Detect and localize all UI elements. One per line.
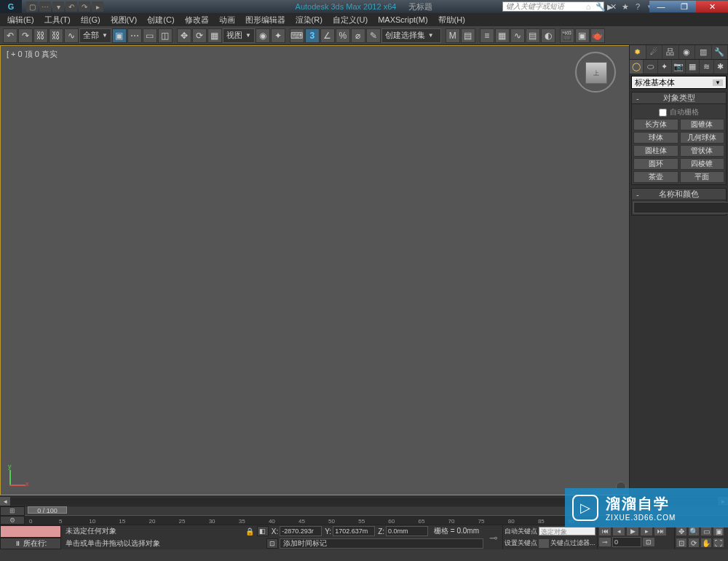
qat-new-icon[interactable]: ▢ [26,1,38,12]
zoom-all-button[interactable]: ▣ [713,526,724,536]
isolate-icon[interactable]: ◧ [257,526,269,536]
material-editor-button[interactable]: ◐ [541,28,555,43]
percent-snap-button[interactable]: % [336,28,350,43]
prim-geosphere-button[interactable]: 几何球体 [680,132,725,144]
prim-box-button[interactable]: 长方体 [633,119,678,130]
mini-curve-editor-button[interactable]: ⊞ [0,506,25,516]
key-mode-button[interactable]: ⊸ [598,537,612,547]
qat-redo-icon[interactable]: ↷ [79,1,90,12]
menu-animation[interactable]: 动画 [215,13,240,27]
render-production-button[interactable]: 🫖 [590,28,605,43]
zoom-extents-button[interactable]: ⊡ [676,538,687,548]
cat-lights[interactable]: ✦ [658,60,672,74]
object-name-input[interactable] [633,202,728,213]
viewport-label[interactable]: [ + 0 顶 0 真实 [7,49,58,60]
keyboard-shortcut-button[interactable]: ⌨ [290,28,304,43]
named-selection-dropdown[interactable]: 创建选择集▼ [381,28,441,43]
scroll-left-icon[interactable]: ◂ [0,497,10,506]
tab-motion[interactable]: ◉ [679,45,696,59]
window-crossing-button[interactable]: ◫ [158,28,173,43]
viewcube-face[interactable]: 上 [585,62,607,84]
select-rotate-button[interactable]: ⟳ [192,28,207,43]
tab-create[interactable]: ✹ [630,45,646,59]
graphite-button[interactable]: ▦ [495,28,510,43]
add-time-tag[interactable]: 添加时间标记 [280,538,483,549]
prim-teapot-button[interactable]: 茶壶 [633,171,678,183]
time-config-button[interactable]: ⊡ [642,537,655,547]
qat-open-icon[interactable]: ⋯ [39,1,51,12]
snap-toggle-button[interactable]: 3 [305,28,320,43]
orbit-button[interactable]: ⟳ [688,538,700,548]
cat-shapes[interactable]: ⬭ [644,60,657,74]
key-filters-icon[interactable] [539,539,549,548]
prim-cylinder-button[interactable]: 圆柱体 [633,145,678,157]
select-scale-button[interactable]: ▦ [207,28,222,43]
set-key-button[interactable]: 设置关键点 [505,538,537,548]
cat-geometry[interactable]: ◯ [630,60,644,74]
infocenter-icon[interactable]: ⌂ [583,1,593,12]
tab-hierarchy[interactable]: 品 [662,45,679,59]
spinner-snap-button[interactable]: ⌀ [351,28,365,43]
select-region-button[interactable]: ▭ [143,28,157,43]
object-type-dropdown[interactable]: 标准基本体▼ [631,76,727,89]
viewport[interactable]: [ + 0 顶 0 真实 上 y x [0,45,629,495]
comm-center-icon[interactable]: ⊡ [266,538,278,549]
unlink-button[interactable]: ⛓ [49,28,63,43]
menu-customize[interactable]: 自定义(U) [328,13,372,27]
tab-utilities[interactable]: 🔧 [712,45,729,59]
menu-create[interactable]: 创建(C) [143,13,178,27]
key-selection-set[interactable]: 选定对象 [539,527,596,536]
pivot-center-button[interactable]: ◉ [256,28,270,43]
cat-helpers[interactable]: ▦ [686,60,700,74]
qat-save-icon[interactable]: ▾ [52,1,64,12]
render-setup-button[interactable]: 🎬 [560,28,574,43]
trackbar-config-button[interactable]: ⚙ [0,516,25,525]
select-manipulate-button[interactable]: ✦ [271,28,285,43]
layers-button[interactable]: ≡ [480,28,494,43]
menu-tools[interactable]: 工具(T) [40,13,75,27]
menu-graph-editors[interactable]: 图形编辑器 [241,13,290,27]
curve-editor-button[interactable]: ∿ [510,28,525,43]
play-button[interactable]: ▶ [626,526,639,536]
rollout-header-object-type[interactable]: 对象类型 [632,93,726,104]
menu-view[interactable]: 视图(V) [106,13,142,27]
select-move-button[interactable]: ✥ [177,28,191,43]
goto-start-button[interactable]: ⏮ [598,526,612,536]
minimize-button[interactable]: — [649,1,673,12]
schematic-view-button[interactable]: ▤ [526,28,540,43]
cat-spacewarps[interactable]: ≋ [700,60,713,74]
select-object-button[interactable]: ▣ [112,28,127,43]
time-slider-thumb[interactable]: 0 / 100 [28,506,67,514]
tab-display[interactable]: ▥ [695,45,712,59]
next-frame-button[interactable]: ▸ [640,526,653,536]
goto-end-button[interactable]: ⏭ [654,526,667,536]
edit-named-sel-button[interactable]: ✎ [366,28,381,43]
pan-view-button[interactable]: ✋ [700,538,712,548]
selection-lock-icon[interactable]: 🔒 [245,527,256,536]
view-cube[interactable]: 上 [575,52,619,95]
maximize-button[interactable]: ❐ [673,1,696,12]
fov-button[interactable]: ▭ [700,526,712,536]
z-coord-input[interactable]: 0.0mm [386,526,428,536]
prim-sphere-button[interactable]: 球体 [633,132,678,144]
tab-modify[interactable]: ☄ [646,45,663,59]
menu-help[interactable]: 帮助(H) [434,13,470,27]
qat-undo-icon[interactable]: ↶ [66,1,77,12]
zoom-button[interactable]: 🔍 [688,526,700,536]
menu-rendering[interactable]: 渲染(R) [291,13,327,27]
app-logo[interactable]: G [0,0,22,13]
selection-filter-dropdown[interactable]: 全部▼ [79,28,111,43]
qat-more-icon[interactable]: ▸ [92,1,103,12]
link-button[interactable]: ⛓ [33,28,48,43]
prim-pyramid-button[interactable]: 四棱锥 [680,158,725,170]
undo-button[interactable]: ↶ [3,28,17,43]
mirror-button[interactable]: M [446,28,460,43]
x-coord-input[interactable]: -2870.293r [280,526,322,536]
rollout-header-name-color[interactable]: 名称和颜色 [632,189,726,200]
ref-coord-dropdown[interactable]: 视图▼ [223,28,255,43]
cat-cameras[interactable]: 📷 [672,60,686,74]
key-filters-button[interactable]: 关键点过滤器... [550,538,596,548]
help-icon[interactable]: ? [633,1,643,12]
cat-systems[interactable]: ✱ [714,60,728,74]
script-listener-mini[interactable] [0,525,61,538]
